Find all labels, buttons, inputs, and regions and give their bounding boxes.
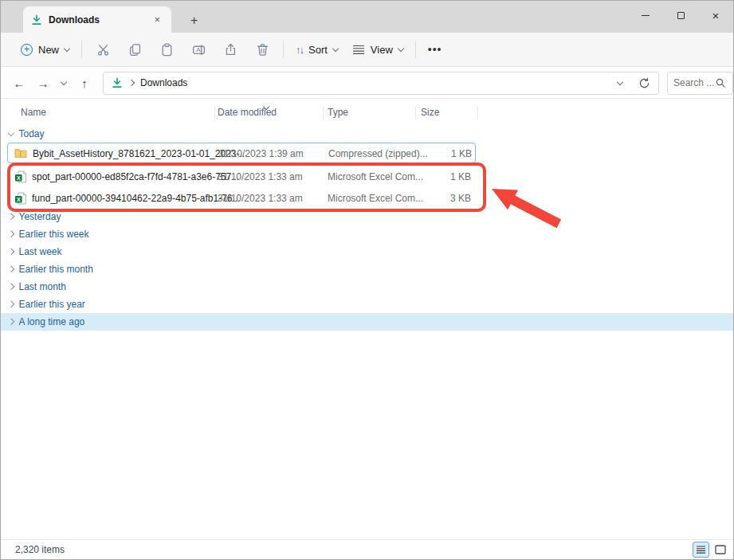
details-view-button[interactable] xyxy=(693,542,709,558)
sort-arrows-icon: ↑↓ xyxy=(296,44,303,56)
tab-close-icon[interactable]: × xyxy=(151,13,163,26)
group-label: Yesterday xyxy=(19,211,61,222)
minimize-button[interactable] xyxy=(628,1,663,29)
up-button[interactable]: ↑ xyxy=(73,71,96,95)
file-explorer-window: Downloads × + × + New A xyxy=(0,0,734,560)
paste-button[interactable] xyxy=(151,36,183,63)
title-bar: Downloads × + × xyxy=(1,1,733,33)
more-options-button[interactable]: ••• xyxy=(421,36,449,63)
items-count: 2,320 items xyxy=(15,544,65,555)
group-label: A long time ago xyxy=(19,316,85,327)
forward-button[interactable]: → xyxy=(31,71,55,95)
maximize-button[interactable] xyxy=(663,1,698,29)
file-date: 31/10/2023 1:33 am xyxy=(218,171,303,182)
new-button-label: New xyxy=(38,44,59,56)
file-date: 31/10/2023 1:39 am xyxy=(218,148,304,159)
command-bar: + New A ↑↓ Sort xyxy=(1,33,733,67)
group-label: Last month xyxy=(19,281,66,292)
new-button[interactable]: + New xyxy=(14,36,77,63)
close-button[interactable]: × xyxy=(698,1,733,29)
column-divider[interactable] xyxy=(214,107,215,119)
search-box[interactable] xyxy=(667,72,733,95)
file-list: Name Date modified Type Size Today Bybit… xyxy=(1,100,733,541)
large-icons-view-button[interactable] xyxy=(712,542,728,558)
group-label: Today xyxy=(19,128,45,139)
column-divider[interactable] xyxy=(415,107,416,119)
group-label: Last week xyxy=(19,246,62,257)
chevron-down-icon xyxy=(61,78,67,84)
group-collapsed-icon xyxy=(8,319,14,325)
column-divider[interactable] xyxy=(477,107,478,119)
sort-direction-icon xyxy=(264,100,269,112)
more-dots-icon: ••• xyxy=(428,43,442,56)
delete-button[interactable] xyxy=(246,36,278,63)
navigation-bar: ← → ↑ Downloads xyxy=(1,68,733,99)
scissors-icon xyxy=(96,43,110,57)
group-expanded-icon xyxy=(8,130,14,136)
sort-button[interactable]: ↑↓ Sort xyxy=(288,36,345,63)
file-size: 1 KB xyxy=(410,148,472,159)
address-bar[interactable]: Downloads xyxy=(103,72,659,95)
column-divider[interactable] xyxy=(323,107,324,119)
file-name: Bybit_AssetHistory_8781621_2023-01-01_20… xyxy=(33,148,248,159)
group-earlier-this-week[interactable]: Earlier this week xyxy=(1,225,733,243)
table-row-spot-csv[interactable]: X spot_part-00000-ed85f2ca-f7fd-4781-a3e… xyxy=(7,166,476,187)
toolbar-divider xyxy=(283,41,284,58)
breadcrumb-chevron-icon xyxy=(128,80,135,86)
group-collapsed-icon xyxy=(8,231,14,237)
view-button[interactable]: View xyxy=(345,36,410,63)
toolbar-divider xyxy=(81,41,82,58)
group-last-month[interactable]: Last month xyxy=(1,278,733,296)
tab-downloads[interactable]: Downloads × xyxy=(23,6,171,33)
search-input[interactable] xyxy=(673,77,715,88)
group-collapsed-icon xyxy=(8,301,14,307)
address-dropdown-icon[interactable] xyxy=(617,78,623,84)
file-name: fund_part-00000-39410462-22a9-4b75-afb1-… xyxy=(32,193,241,204)
table-row-zip[interactable]: Bybit_AssetHistory_8781621_2023-01-01_20… xyxy=(7,143,476,163)
download-icon xyxy=(112,77,123,88)
group-collapsed-icon xyxy=(8,266,14,272)
copy-button[interactable] xyxy=(119,36,151,63)
group-earlier-this-year[interactable]: Earlier this year xyxy=(1,296,733,313)
group-today[interactable]: Today xyxy=(1,125,733,143)
recent-locations-button[interactable] xyxy=(55,71,73,95)
download-icon xyxy=(31,14,42,25)
plus-circle-icon: + xyxy=(21,44,33,56)
group-earlier-this-month[interactable]: Earlier this month xyxy=(1,260,733,278)
cut-button[interactable] xyxy=(87,36,119,63)
new-tab-button[interactable]: + xyxy=(184,14,204,28)
close-icon: × xyxy=(712,10,720,22)
excel-file-icon: X xyxy=(14,170,27,183)
table-row-fund-csv[interactable]: X fund_part-00000-39410462-22a9-4b75-afb… xyxy=(7,188,476,209)
window-controls: × xyxy=(628,1,733,29)
file-size: 3 KB xyxy=(410,193,471,204)
copy-icon xyxy=(128,43,142,57)
column-header-name[interactable]: Name xyxy=(21,107,46,118)
group-last-week[interactable]: Last week xyxy=(1,243,733,260)
group-collapsed-icon xyxy=(8,284,14,290)
column-header-size[interactable]: Size xyxy=(421,107,439,118)
svg-text:X: X xyxy=(17,175,21,181)
large-icons-view-icon xyxy=(715,545,726,554)
excel-file-icon: X xyxy=(14,192,27,205)
group-a-long-time-ago[interactable]: A long time ago xyxy=(1,313,733,331)
view-button-label: View xyxy=(371,44,393,56)
column-header-type[interactable]: Type xyxy=(328,107,348,118)
breadcrumb[interactable]: Downloads xyxy=(140,77,187,88)
view-lines-icon xyxy=(352,44,365,55)
svg-text:X: X xyxy=(17,197,21,202)
minimize-icon xyxy=(642,15,650,16)
group-label: Earlier this week xyxy=(19,229,89,240)
maximize-icon xyxy=(677,12,685,19)
back-button[interactable]: ← xyxy=(7,71,31,95)
sort-button-label: Sort xyxy=(308,44,328,56)
rename-icon: A xyxy=(192,43,206,57)
trash-icon xyxy=(256,43,269,57)
refresh-button[interactable] xyxy=(638,77,650,89)
group-label: Earlier this month xyxy=(19,264,93,275)
tab-title: Downloads xyxy=(49,14,144,25)
share-button[interactable] xyxy=(214,36,246,63)
group-yesterday[interactable]: Yesterday xyxy=(1,208,733,225)
rename-button[interactable]: A xyxy=(183,36,214,63)
status-bar: 2,320 items xyxy=(1,539,733,559)
